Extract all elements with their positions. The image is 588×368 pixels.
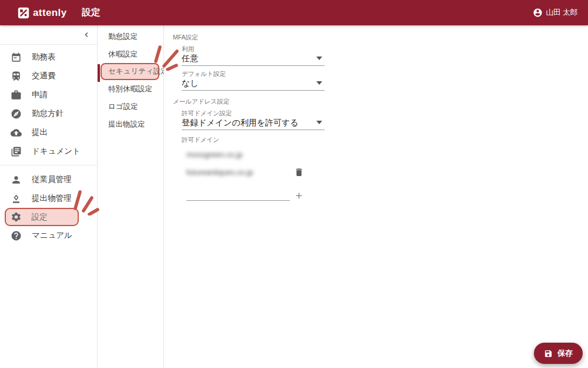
- domain-policy-value: 登録ドメインの利用を許可する: [182, 117, 299, 128]
- mfa-usage-select[interactable]: 任意: [182, 52, 325, 66]
- submenu-item-submissions[interactable]: 提出物設定: [98, 115, 163, 133]
- sidebar-item-submissions[interactable]: 提出物管理: [0, 189, 97, 208]
- security-settings-panel: MFA設定 利用 任意 デフォルト設定 なし メールアドレス設定 許可ドメイン設…: [164, 25, 588, 368]
- gear-icon: [11, 211, 22, 223]
- mfa-default-select[interactable]: なし: [182, 77, 325, 91]
- mail-section-title: メールアドレス設定: [173, 98, 588, 105]
- trash-icon: [294, 167, 304, 177]
- approval-icon: [11, 193, 22, 204]
- documents-icon: [11, 146, 22, 157]
- sidebar-item-label: 勤務表: [32, 52, 56, 62]
- sidebar-item-label: 勤怠方針: [32, 108, 64, 119]
- domain-row: futureantiques.co.jp: [186, 163, 304, 181]
- main-layout: 勤務表 交通費 申請 勤怠方針 提出 ドキュメント: [0, 25, 588, 368]
- sidebar-item-manual[interactable]: マニュアル: [0, 226, 97, 245]
- sidebar-item-settings[interactable]: 設定: [5, 208, 79, 226]
- sidebar-item-documents[interactable]: ドキュメント: [0, 142, 97, 161]
- plus-icon: [294, 191, 304, 201]
- sidebar-item-label: 申請: [32, 89, 48, 100]
- sidebar-item-label: 提出: [32, 127, 48, 138]
- add-domain-row: [186, 189, 304, 201]
- new-domain-input[interactable]: [186, 189, 290, 201]
- dropdown-arrow-icon: [316, 121, 322, 124]
- active-item-indicator: [98, 64, 100, 82]
- sidebar-collapse-row: [0, 25, 97, 45]
- sidebar-item-application[interactable]: 申請: [0, 85, 97, 104]
- mfa-default-field: デフォルト設定 なし: [182, 70, 325, 91]
- submenu-item-special-vacation[interactable]: 特別休暇設定: [98, 80, 163, 98]
- sidebar-item-label: マニュアル: [32, 230, 72, 241]
- sidebar: 勤務表 交通費 申請 勤怠方針 提出 ドキュメント: [0, 25, 98, 368]
- save-button[interactable]: 保存: [534, 343, 583, 364]
- submenu-item-security[interactable]: セキュリティ設定: [101, 63, 159, 80]
- cloud-upload-icon: [11, 127, 22, 138]
- sidebar-item-timesheet[interactable]: 勤務表: [0, 48, 97, 67]
- user-menu[interactable]: 山田 太郎: [533, 8, 577, 18]
- sidebar-primary-list: 勤務表 交通費 申請 勤怠方針 提出 ドキュメント: [0, 45, 97, 163]
- allowed-domains-label: 許可ドメイン: [182, 136, 588, 143]
- submenu-item-vacation[interactable]: 休暇設定: [98, 45, 163, 63]
- mfa-usage-value: 任意: [182, 53, 198, 64]
- mfa-default-label: デフォルト設定: [182, 70, 325, 77]
- domain-policy-select[interactable]: 登録ドメインの利用を許可する: [182, 117, 325, 130]
- brand-logo-block[interactable]: attenly: [18, 7, 67, 19]
- mfa-section-title: MFA設定: [173, 34, 588, 41]
- attenly-logo-icon: [18, 7, 29, 19]
- delete-domain-button[interactable]: [294, 167, 304, 177]
- chevron-left-icon[interactable]: [82, 30, 91, 39]
- page-title: 設定: [82, 6, 101, 19]
- save-button-label: 保存: [557, 348, 573, 359]
- save-icon: [544, 349, 553, 358]
- sidebar-item-submit[interactable]: 提出: [0, 123, 97, 142]
- person-icon: [11, 174, 22, 185]
- sidebar-item-policy[interactable]: 勤怠方針: [0, 104, 97, 123]
- sidebar-item-transport[interactable]: 交通費: [0, 67, 97, 85]
- help-icon: [11, 230, 22, 241]
- compass-icon: [11, 108, 22, 120]
- allowed-domains-list: mossgreen.co.jp futureantiques.co.jp: [186, 145, 304, 201]
- brand-name: attenly: [33, 7, 67, 19]
- sidebar-item-label: 提出物管理: [32, 193, 72, 204]
- briefcase-icon: [11, 89, 22, 101]
- domain-value: mossgreen.co.jp: [186, 150, 242, 159]
- submenu-item-logo[interactable]: ロゴ設定: [98, 98, 163, 115]
- submenu-item-attendance[interactable]: 勤怠設定: [98, 28, 163, 45]
- sidebar-item-label: 設定: [32, 212, 48, 223]
- mfa-usage-field: 利用 任意: [182, 45, 325, 66]
- sidebar-item-label: ドキュメント: [32, 146, 81, 157]
- dropdown-arrow-icon: [316, 81, 322, 85]
- domain-policy-field: 許可ドメイン設定 登録ドメインの利用を許可する: [182, 110, 325, 130]
- add-domain-button[interactable]: [294, 191, 304, 201]
- topbar: attenly 設定 山田 太郎: [0, 0, 588, 25]
- mfa-default-value: なし: [182, 78, 199, 88]
- sidebar-item-label: 交通費: [32, 71, 56, 81]
- sidebar-item-label: 従業員管理: [32, 174, 72, 185]
- sidebar-divider: [0, 165, 97, 165]
- settings-submenu: 勤怠設定 休暇設定 セキュリティ設定 特別休暇設定 ロゴ設定 提出物設定: [98, 25, 164, 368]
- train-icon: [11, 71, 22, 82]
- domain-row: mossgreen.co.jp: [186, 145, 304, 163]
- account-circle-icon: [533, 8, 543, 18]
- mfa-usage-label: 利用: [182, 45, 325, 52]
- dropdown-arrow-icon: [316, 57, 322, 60]
- calendar-icon: [11, 52, 22, 63]
- user-name: 山田 太郎: [546, 8, 577, 18]
- domain-value: futureantiques.co.jp: [186, 168, 253, 177]
- sidebar-secondary-list: 従業員管理 提出物管理 設定 マニュアル: [0, 167, 97, 247]
- sidebar-item-employees[interactable]: 従業員管理: [0, 170, 97, 189]
- domain-policy-label: 許可ドメイン設定: [182, 110, 325, 117]
